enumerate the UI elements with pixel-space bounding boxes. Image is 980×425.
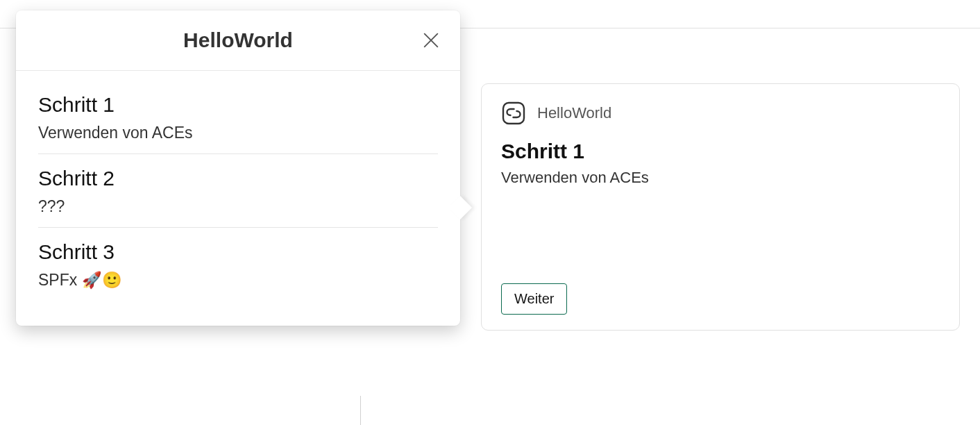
vertical-divider [360, 396, 361, 425]
step-desc: ??? [38, 197, 438, 216]
step-title: Schritt 2 [38, 167, 438, 190]
step-desc: Verwenden von ACEs [38, 124, 438, 142]
step-desc: SPFx 🚀🙂 [38, 271, 438, 290]
card-title: Schritt 1 [501, 140, 940, 163]
card-header-title: HelloWorld [537, 104, 611, 122]
callout-body: Schritt 1 Verwenden von ACEs Schritt 2 ?… [16, 71, 460, 326]
card-header: HelloWorld [501, 101, 940, 126]
step-title: Schritt 3 [38, 240, 438, 264]
step-title: Schritt 1 [38, 93, 438, 117]
step-item: Schritt 3 SPFx 🚀🙂 [38, 228, 438, 301]
quickview-callout: HelloWorld Schritt 1 Verwenden von ACEs … [16, 10, 460, 326]
step-item: Schritt 2 ??? [38, 154, 438, 227]
callout-header: HelloWorld [16, 10, 460, 71]
close-button[interactable] [421, 31, 441, 50]
next-button[interactable]: Weiter [501, 283, 567, 315]
link-icon [501, 101, 526, 126]
card-footer: Weiter [501, 283, 940, 315]
close-icon [421, 31, 441, 50]
step-item: Schritt 1 Verwenden von ACEs [38, 81, 438, 153]
card-subtitle: Verwenden von ACEs [501, 169, 940, 187]
callout-title: HelloWorld [183, 28, 293, 52]
adaptive-card: HelloWorld Schritt 1 Verwenden von ACEs … [481, 83, 960, 331]
